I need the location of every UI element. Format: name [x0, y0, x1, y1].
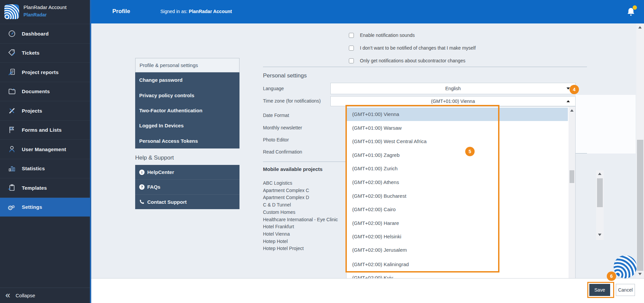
language-value: English	[445, 86, 461, 91]
sidebar-item-label: User Management	[22, 146, 66, 152]
annotation-badge-6: 6	[607, 271, 616, 281]
bar-chart-icon	[7, 164, 16, 173]
help-item-label: FAQs	[147, 184, 160, 190]
timezone-value: (GMT+01:00) Vienna	[431, 99, 475, 104]
settings-nav-personal-access-tokens[interactable]: Personal Access Tokens	[135, 133, 239, 148]
sidebar-item-label: Project reports	[22, 69, 59, 75]
cancel-button[interactable]: Cancel	[616, 284, 635, 296]
sidebar-item-label: Documents	[22, 88, 50, 94]
project-item: Apartment Complex D	[263, 194, 346, 201]
folder-icon	[7, 87, 16, 96]
save-button[interactable]: Save	[589, 284, 610, 296]
project-item: Custom Homes	[263, 209, 346, 216]
sidebar-item-forms-and-lists[interactable]: Forms and Lists	[0, 120, 90, 140]
mobile-projects-heading: Mobile available projects	[263, 166, 323, 172]
signed-in-as: Signed in as: PlanRadar Account	[160, 9, 232, 14]
settings-nav-privacy-policy[interactable]: Privacy policy controls	[135, 87, 239, 103]
form-panel-background	[576, 95, 636, 154]
date-format-label: Date Format	[263, 113, 289, 118]
help-item-label: HelpCenter	[147, 169, 174, 175]
checkbox-subcontractor-only[interactable]	[349, 58, 354, 63]
ruler-pencil-icon	[7, 106, 16, 115]
timezone-label: Time zone (for notifications)	[263, 98, 321, 104]
signed-in-user: PlanRadar Account	[189, 9, 232, 14]
faqs-link[interactable]: ? FAQs	[135, 179, 239, 194]
sidebar-item-dashboard[interactable]: Dashboard	[0, 24, 90, 43]
sidebar-item-label: Projects	[22, 108, 42, 114]
mobile-projects-list: ABC Logistics Apartment Complex C Apartm…	[263, 180, 346, 252]
checkbox-notification-sounds[interactable]	[349, 33, 354, 38]
settings-nav-profile-personal[interactable]: Profile & personal settings	[135, 58, 239, 72]
sidebar-item-user-management[interactable]: User Management	[0, 139, 90, 159]
sidebar-item-label: Dashboard	[22, 31, 49, 37]
settings-nav-change-password[interactable]: Change password	[135, 72, 239, 87]
sidebar-item-label: Tickets	[22, 50, 40, 56]
checkbox-label: Only get notifications about subcontract…	[360, 58, 465, 63]
ticket-tag-icon	[7, 48, 16, 57]
scroll-up-icon[interactable]	[570, 109, 574, 112]
sidebar-item-label: Settings	[22, 204, 42, 210]
sidebar-item-documents[interactable]: Documents	[0, 82, 90, 101]
question-circle-icon: ?	[139, 184, 145, 190]
sidebar: PlanRadar Account PlanRadar Dashboard Ti…	[0, 0, 90, 303]
annotation-box-dropdown	[345, 105, 499, 272]
account-logo-block[interactable]: PlanRadar Account PlanRadar	[0, 0, 90, 23]
language-select[interactable]: English	[330, 83, 576, 94]
help-center-link[interactable]: i HelpCenter	[135, 165, 239, 179]
checkbox-no-own-changes[interactable]	[349, 46, 354, 51]
sidebar-item-project-reports[interactable]: Project reports	[0, 62, 90, 82]
phone-icon	[139, 199, 145, 204]
sidebar-item-settings[interactable]: ⚙⚙ Settings	[0, 197, 90, 217]
sidebar-item-label: Templates	[22, 185, 47, 191]
sidebar-item-label: Forms and Lists	[22, 127, 62, 133]
section-divider	[263, 67, 587, 67]
flag-icon	[7, 125, 16, 134]
project-item: Hotep Hotel	[263, 238, 346, 245]
dashboard-icon	[7, 29, 16, 38]
account-subtitle: PlanRadar	[23, 12, 47, 17]
sidebar-item-projects[interactable]: Projects	[0, 101, 90, 120]
info-circle-icon: i	[139, 170, 145, 175]
dropdown-scrollbar-thumb[interactable]	[570, 170, 574, 183]
annotation-badge-4: 4	[570, 85, 579, 94]
planradar-settings-page: PlanRadar Account PlanRadar Dashboard Ti…	[0, 0, 644, 303]
project-item: Hotel Frankfurt	[263, 223, 346, 231]
top-header-bar: Profile Signed in as: PlanRadar Account	[91, 0, 644, 23]
sidebar-item-templates[interactable]: Templates	[0, 178, 90, 197]
monthly-newsletter-label: Monthly newsletter	[263, 125, 302, 130]
project-item: Hotep Hotel Project	[263, 245, 346, 252]
scroll-up-icon[interactable]	[638, 26, 642, 28]
checkbox-label: Enable notification sounds	[360, 33, 415, 38]
page-scrollbar-thumb[interactable]	[637, 140, 643, 271]
collapse-label: Collapse	[15, 293, 35, 298]
project-item: ABC Logistics	[263, 180, 346, 187]
chevron-up-icon	[567, 100, 570, 102]
scroll-down-icon[interactable]	[598, 234, 601, 236]
settings-nav-logged-in-devices[interactable]: Logged In Devices	[135, 118, 239, 133]
read-confirmation-label: Read Confirmation	[263, 149, 302, 155]
sidebar-collapse-button[interactable]: « Collapse	[0, 288, 90, 303]
contact-support-link[interactable]: Contact Support	[135, 194, 239, 209]
section-divider	[263, 162, 346, 162]
photo-editor-label: Photo Editor	[263, 137, 289, 142]
dropdown-scrollbar[interactable]	[569, 107, 575, 279]
sidebar-item-tickets[interactable]: Tickets	[0, 43, 90, 63]
project-item: Healthcare International - Eye Clinic	[263, 216, 346, 224]
help-support-box: i HelpCenter ? FAQs Contact Support	[135, 165, 239, 209]
annotation-badge-5: 5	[465, 147, 475, 156]
notification-badge-dot	[633, 5, 637, 10]
panel-scrollbar-thumb[interactable]	[597, 178, 603, 207]
account-title: PlanRadar Account	[23, 4, 66, 10]
sidebar-item-label: Statistics	[22, 166, 45, 171]
scroll-up-icon[interactable]	[598, 173, 601, 175]
settings-nav-two-factor[interactable]: Two-Factor Authentication	[135, 103, 239, 118]
project-item: Apartment Complex C	[263, 187, 346, 194]
section-divider	[576, 153, 587, 154]
scroll-down-icon[interactable]	[638, 273, 642, 275]
project-item: C & D Tunnel	[263, 201, 346, 209]
signed-in-prefix: Signed in as:	[160, 9, 189, 14]
planradar-watermark-icon	[613, 255, 637, 279]
help-item-label: Contact Support	[147, 199, 187, 205]
sidebar-item-statistics[interactable]: Statistics	[0, 159, 90, 178]
page-title: Profile	[112, 8, 130, 15]
